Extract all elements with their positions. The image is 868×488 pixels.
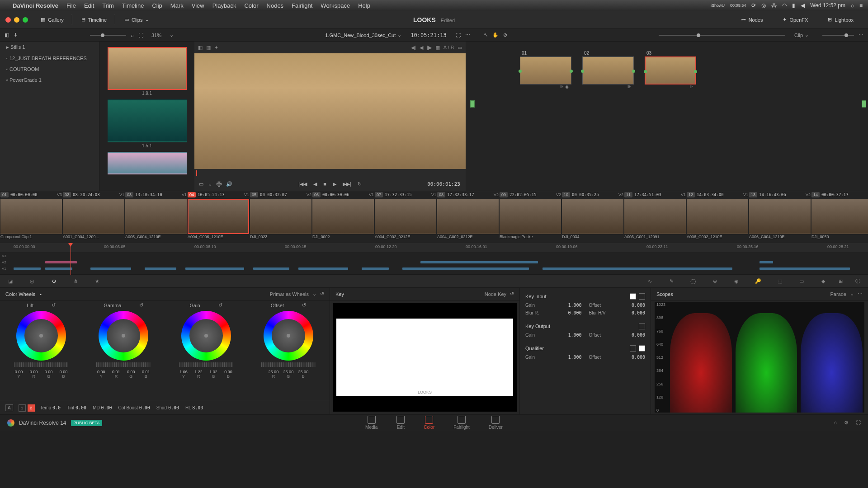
loop-icon[interactable]: ↻	[358, 181, 362, 187]
master-slider[interactable]	[96, 362, 151, 367]
page-color[interactable]: Color	[424, 416, 434, 430]
status-clock[interactable]: Wed 12:52 pm	[810, 2, 845, 9]
status-battery-icon[interactable]: ▮	[792, 2, 795, 9]
wheel-value[interactable]: 25.00	[267, 370, 279, 374]
sizing-icon[interactable]: ⬚	[776, 277, 784, 285]
motion-effects-icon[interactable]: ★	[93, 277, 101, 285]
curves-icon[interactable]: ∿	[646, 277, 654, 285]
status-bt-icon[interactable]: ⁂	[771, 2, 777, 9]
magic-wand-icon[interactable]: ✦	[214, 45, 218, 51]
wheel-value[interactable]: 0.01	[110, 370, 122, 374]
clip-thumbnail[interactable]	[63, 199, 124, 234]
gain-value[interactable]: 1.000	[568, 333, 581, 338]
unmute-icon[interactable]: 🕀	[217, 181, 222, 187]
auto-icon[interactable]: A	[5, 404, 13, 411]
reset-icon[interactable]: ↺	[52, 302, 56, 308]
gallery-folder[interactable]: ▫ COUTROOM	[0, 64, 99, 75]
node-editor[interactable]: 01 ⊪ ◉ 02 ⊪ 03 ⊪	[466, 42, 868, 191]
key-viewer[interactable]: LOOKS	[333, 303, 517, 412]
wheel-value[interactable]: 0.00	[57, 370, 70, 374]
reset-icon[interactable]: ↺	[510, 291, 514, 297]
chevron-down-icon[interactable]: ⌄	[312, 291, 316, 297]
keyframe-icon[interactable]: ◆	[819, 277, 827, 285]
key-icon[interactable]: 🔑	[754, 277, 762, 285]
play-icon[interactable]: ▶	[333, 181, 336, 187]
openfx-toggle[interactable]: ✦OpenFX	[777, 14, 813, 25]
node-zoom-slider[interactable]	[822, 35, 854, 36]
wheel-value[interactable]: 0.00	[13, 370, 25, 374]
image-wipe-icon[interactable]: ◧	[198, 45, 203, 51]
page-fairlight[interactable]: Fairlight	[453, 416, 470, 430]
clip-thumbnail[interactable]	[500, 199, 561, 234]
menu-color[interactable]: Color	[244, 2, 258, 9]
wheel-value[interactable]: 1.06	[178, 370, 190, 374]
wheel-value[interactable]: 0.90	[222, 370, 235, 374]
options-icon[interactable]: ⋯	[858, 291, 863, 297]
next-edit-icon[interactable]: |▶	[427, 45, 432, 51]
wheel-value[interactable]: 0.00	[95, 370, 107, 374]
still-thumbnail[interactable]	[108, 47, 187, 90]
blur-r-value[interactable]: 0.000	[568, 310, 581, 315]
reset-icon[interactable]: ↺	[218, 302, 222, 308]
wheel-value[interactable]: 25.00	[297, 370, 309, 374]
gain-value[interactable]: 1.000	[568, 303, 581, 308]
status-search-icon[interactable]: ⌕	[851, 2, 854, 9]
expand-icon[interactable]: ⛶	[138, 33, 143, 38]
menu-clip[interactable]: Clip	[152, 2, 162, 9]
expand-icon[interactable]: ⛶	[856, 420, 861, 426]
wheel-value[interactable]: 1.02	[208, 370, 220, 374]
timeline-ruler[interactable]: 00:00:00:0000:00:03:0500:00:06:1000:00:0…	[0, 243, 868, 252]
qualifier-icon[interactable]: ✎	[667, 277, 675, 285]
color-wheel[interactable]	[264, 311, 313, 361]
gallery-folder[interactable]: ▫ 12_JUST BREATH REFERENCES	[0, 53, 99, 64]
clip-item[interactable]: 0500:00:32:07V2DJI_0023	[250, 191, 312, 243]
clip-item[interactable]: 1400:00:37:17V1DJI_0050	[811, 191, 868, 243]
gallery-folder[interactable]: ▸ Stills 1	[0, 42, 99, 53]
reset-icon[interactable]: ↺	[139, 302, 143, 308]
split-screen-icon[interactable]: ▥	[206, 45, 211, 51]
nodes-toggle[interactable]: ⊶Nodes	[736, 14, 769, 25]
page-edit[interactable]: Edit	[396, 416, 405, 430]
viewer-timecode[interactable]: 10:05:21:13	[410, 32, 446, 38]
close-window-icon[interactable]	[5, 17, 11, 23]
master-slider[interactable]	[261, 362, 316, 367]
color-match-icon[interactable]: ◎	[28, 277, 36, 285]
global-value[interactable]: 0.00	[139, 405, 150, 410]
reset-icon[interactable]: ↺	[320, 291, 324, 297]
blur-icon[interactable]: ◉	[732, 277, 741, 285]
ab-compare[interactable]: A / B	[443, 45, 454, 50]
clips-toggle[interactable]: ▭Clips⌄	[119, 14, 155, 25]
menu-mark[interactable]: Mark	[170, 2, 184, 9]
menu-view[interactable]: View	[192, 2, 204, 9]
offset-value[interactable]: 0.000	[632, 355, 645, 360]
arrow-tool-icon[interactable]: ↖	[484, 32, 488, 38]
clip-item[interactable]: 0717:32:33:15V1A004_C002_0212E	[374, 191, 437, 243]
page-2-button[interactable]: 2	[28, 404, 35, 412]
wheels-mode[interactable]: Primaries Wheels	[270, 291, 309, 297]
clip-thumbnail[interactable]	[562, 199, 623, 234]
clip-item[interactable]: 1117:34:51:03V1A003_C001_12091	[624, 191, 686, 243]
still-thumbnail[interactable]	[108, 152, 187, 174]
menu-app[interactable]: DaVinci Resolve	[13, 2, 58, 9]
chevron-down-icon[interactable]: ⌄	[397, 32, 401, 38]
clip-item[interactable]: 1314:16:43:06V2A006_C004_1210E	[749, 191, 811, 243]
color-wheel[interactable]	[99, 311, 148, 361]
menu-playback[interactable]: Playback	[212, 2, 236, 9]
last-frame-icon[interactable]: ▶▶|	[343, 181, 351, 187]
menu-timeline[interactable]: Timeline	[122, 2, 144, 9]
current-clip-name[interactable]: 1.GMC_New_Blood_30sec_Cut	[325, 33, 396, 38]
offset-value[interactable]: 0.000	[632, 333, 645, 338]
global-value[interactable]: 0.00	[75, 405, 86, 410]
clip-thumbnail[interactable]	[312, 199, 374, 234]
blur-hv-value[interactable]: 0.000	[632, 310, 645, 315]
more-icon[interactable]: ⋯	[465, 32, 470, 38]
matte-icon[interactable]	[630, 293, 636, 300]
split-view-icon[interactable]: ◧	[5, 32, 9, 38]
menu-edit[interactable]: Edit	[84, 2, 94, 9]
hand-tool-icon[interactable]: ✋	[492, 32, 499, 38]
color-wheel[interactable]	[181, 311, 231, 361]
zoom-level[interactable]: 31%	[148, 33, 165, 38]
prev-frame-icon[interactable]: ◀	[313, 181, 317, 187]
offset-value[interactable]: 0.000	[632, 303, 645, 308]
clip-item[interactable]: 0817:32:33:17V2A004_C002_0212E	[437, 191, 499, 243]
